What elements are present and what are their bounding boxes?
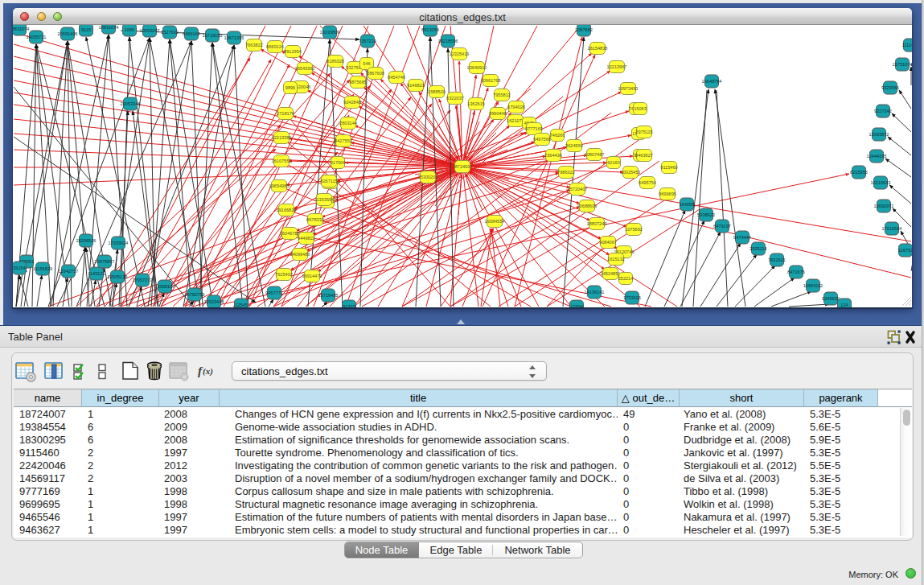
svg-text:18807249: 18807249 — [587, 221, 607, 226]
svg-text:12505135: 12505135 — [108, 274, 128, 279]
svg-text:12213967: 12213967 — [607, 64, 627, 69]
svg-text:16107552: 16107552 — [272, 159, 292, 163]
svg-text:2867608: 2867608 — [367, 71, 384, 76]
svg-text:546: 546 — [363, 61, 370, 66]
svg-text:9474444: 9474444 — [733, 235, 751, 240]
svg-text:1615132: 1615132 — [607, 257, 625, 262]
svg-text:15716485: 15716485 — [318, 293, 339, 298]
svg-text:2087682: 2087682 — [575, 27, 593, 32]
svg-text:9777169: 9777169 — [525, 126, 543, 131]
svg-text:19218596: 19218596 — [438, 39, 458, 43]
svg-text:39154: 39154 — [13, 266, 26, 270]
svg-text:14055721: 14055721 — [27, 35, 47, 39]
svg-text:10688609: 10688609 — [577, 204, 598, 208]
svg-text:6466160: 6466160 — [183, 31, 200, 36]
svg-text:8660124: 8660124 — [266, 44, 284, 49]
svg-text:6479197: 6479197 — [713, 224, 731, 229]
svg-text:13692971: 13692971 — [874, 204, 894, 208]
svg-text:26206526: 26206526 — [76, 238, 97, 243]
svg-text:12942757: 12942757 — [59, 269, 79, 274]
svg-text:16782759: 16782759 — [185, 292, 205, 297]
svg-text:9227342: 9227342 — [874, 109, 892, 113]
svg-text:116753: 116753 — [898, 248, 912, 253]
svg-text:8454749: 8454749 — [388, 75, 405, 80]
svg-text:8912954: 8912954 — [284, 49, 302, 54]
svg-text:7955812: 7955812 — [493, 93, 511, 97]
svg-text:16958107: 16958107 — [155, 284, 175, 289]
svg-text:10719155: 10719155 — [203, 33, 223, 38]
svg-text:8471676: 8471676 — [787, 270, 805, 274]
svg-text:1075692: 1075692 — [625, 227, 643, 232]
svg-text:1527602: 1527602 — [161, 30, 179, 35]
svg-text:17359924: 17359924 — [109, 241, 129, 245]
svg-text:746266: 746266 — [550, 133, 565, 138]
svg-text:17957273: 17957273 — [133, 278, 153, 282]
svg-text:6495754: 6495754 — [639, 180, 656, 185]
svg-text:14099489: 14099489 — [290, 252, 310, 257]
svg-text:7632621: 7632621 — [768, 257, 786, 262]
svg-text:9457771: 9457771 — [265, 290, 283, 295]
svg-text:15751074: 15751074 — [893, 62, 912, 67]
svg-text:9463627: 9463627 — [635, 153, 653, 158]
svg-text:12213389: 12213389 — [272, 135, 292, 140]
svg-text:16543362: 16543362 — [295, 66, 315, 71]
svg-text:19654985: 19654985 — [269, 183, 290, 188]
svg-text:8267115: 8267115 — [320, 179, 337, 183]
svg-text:16154838: 16154838 — [588, 46, 608, 51]
svg-text:8990448: 8990448 — [489, 111, 507, 116]
svg-text:62160: 62160 — [607, 160, 620, 165]
svg-text:12923448: 12923448 — [204, 299, 224, 304]
svg-text:9245652: 9245652 — [822, 296, 840, 301]
svg-text:10961768: 10961768 — [481, 78, 501, 83]
svg-text:8813054: 8813054 — [421, 27, 439, 32]
svg-text:9242848: 9242848 — [343, 100, 361, 105]
svg-text:1588520: 1588520 — [428, 89, 446, 94]
svg-text:9329966: 9329966 — [881, 85, 899, 90]
svg-text:164095: 164095 — [680, 202, 695, 207]
svg-text:10025453: 10025453 — [621, 170, 641, 175]
svg-text:16046788: 16046788 — [280, 231, 300, 236]
svg-text:9449822: 9449822 — [298, 236, 315, 241]
svg-text:7357224: 7357224 — [359, 39, 376, 43]
svg-text:3624554: 3624554 — [565, 143, 583, 148]
svg-text:20053346: 20053346 — [121, 101, 141, 106]
svg-text:1733426: 1733426 — [623, 295, 641, 300]
svg-text:7986322: 7986322 — [557, 170, 575, 175]
svg-text:2975115: 2975115 — [635, 130, 652, 134]
svg-text:10671355: 10671355 — [224, 35, 244, 40]
svg-text:9146821: 9146821 — [407, 83, 425, 88]
svg-text:11156829: 11156829 — [33, 266, 52, 271]
svg-text:(x): (x) — [203, 366, 213, 377]
svg-text:1145131: 1145131 — [88, 271, 105, 276]
svg-text:16648784: 16648784 — [702, 79, 722, 84]
svg-text:1065: 1065 — [125, 27, 134, 32]
svg-text:18724007: 18724007 — [453, 164, 473, 169]
svg-text:16033809: 16033809 — [320, 30, 340, 35]
svg-text:10973493: 10973493 — [618, 86, 639, 91]
svg-text:2718176: 2718176 — [277, 111, 294, 116]
svg-text:15063: 15063 — [634, 106, 647, 111]
svg-text:9896: 9896 — [285, 85, 295, 90]
svg-text:8678332: 8678332 — [306, 217, 324, 222]
svg-text:25300203: 25300203 — [418, 175, 438, 179]
svg-text:11353594: 11353594 — [314, 197, 334, 202]
svg-text:9115460: 9115460 — [660, 165, 677, 170]
svg-text:19384554: 19384554 — [485, 219, 505, 224]
svg-text:2803144: 2803144 — [339, 121, 357, 126]
svg-text:9115: 9115 — [81, 27, 91, 32]
svg-text:20975867: 20975867 — [95, 259, 115, 264]
svg-text:6497568: 6497568 — [533, 137, 551, 142]
svg-text:9084067: 9084067 — [599, 240, 617, 245]
svg-text:917006: 917006 — [331, 160, 346, 165]
svg-text:1362615: 1362615 — [467, 101, 485, 106]
svg-text:18831074: 18831074 — [13, 27, 29, 31]
svg-text:2364436: 2364436 — [544, 153, 562, 158]
svg-text:8427552: 8427552 — [335, 138, 352, 143]
svg-text:18831074: 18831074 — [99, 25, 119, 30]
svg-text:13640910: 13640910 — [467, 65, 487, 70]
svg-text:9875685: 9875685 — [349, 80, 367, 84]
svg-text:12325419: 12325419 — [450, 51, 470, 56]
svg-text:17016504: 17016504 — [882, 226, 902, 231]
svg-text:9699695: 9699695 — [659, 192, 676, 196]
svg-text:6794028: 6794028 — [507, 105, 525, 109]
